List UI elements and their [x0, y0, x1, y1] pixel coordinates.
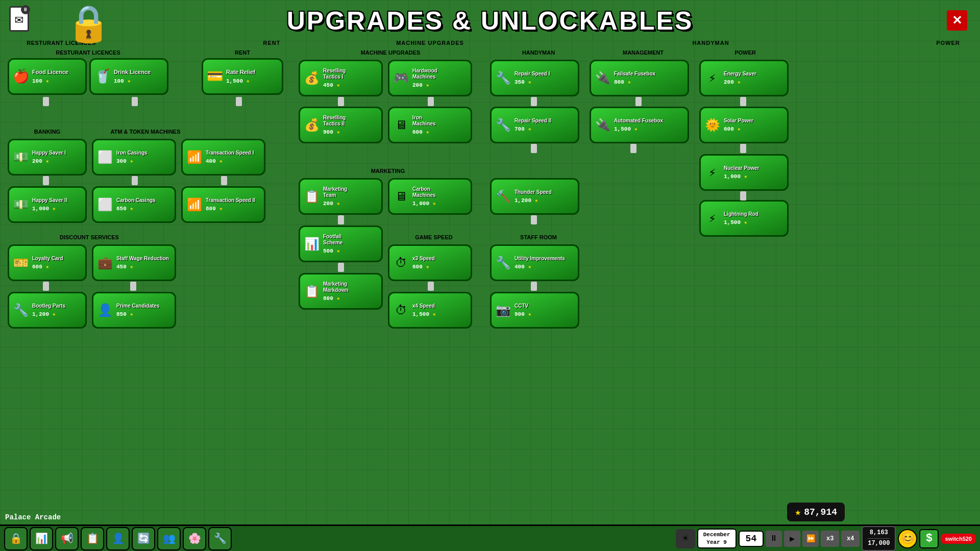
header-rent: RENT [235, 49, 250, 56]
x4-icon: ⏱ [392, 303, 410, 318]
lightning-cost: 1,500 ★ [724, 219, 758, 226]
reselling1-cost: 450 ★ [323, 82, 346, 88]
thunder-name: Thunder Speed [514, 189, 552, 195]
upgrade-rate-relief[interactable]: 💳 Rate Relief 1,500 ★ [202, 58, 283, 95]
upgrade-trans-speed-2[interactable]: 📶 Transaction Speed II 800 ★ [181, 186, 265, 223]
palace-name: Palace Arcade [5, 513, 61, 521]
upgrade-iron-machines[interactable]: 🖥 IronMachines 600 ★ [388, 107, 472, 143]
rate-relief-name: Rate Relief [226, 69, 255, 76]
upgrade-reselling-1[interactable]: 💰 ResellingTactics I 450 ★ [299, 60, 383, 96]
conn-food-down [43, 97, 49, 106]
reselling2-icon: 💰 [303, 118, 321, 133]
upgrade-staff-wage[interactable]: 💼 Staff Wage Reduction 450 ★ [92, 244, 176, 281]
switch-badge: switch520 [941, 534, 976, 544]
trans-speed2-cost: 800 ★ [206, 205, 255, 212]
upgrade-trans-speed-1[interactable]: 📶 Transaction Speed I 400 ★ [181, 139, 265, 176]
upgrade-x4-speed[interactable]: ⏱ x4 Speed 1,500 ★ [388, 292, 472, 329]
upgrade-footfall[interactable]: 📊 FootfallScheme 500 ★ [299, 226, 383, 262]
staff-wage-cost: 450 ★ [116, 263, 169, 270]
upgrade-reselling-2[interactable]: 💰 ResellingTactics II 900 ★ [299, 107, 383, 143]
toolbar-list-btn[interactable]: 📋 [81, 527, 104, 550]
ff-btn[interactable]: ⏩ [802, 531, 819, 547]
upgrade-carbon-casings[interactable]: ⬜ Carbon Casings 650 ★ [92, 186, 176, 223]
conn-rent-down [236, 97, 242, 106]
toolbar-person-btn[interactable]: 👤 [106, 527, 130, 550]
conn-hs1-down [43, 176, 49, 185]
upgrade-drink-licence[interactable]: 🥤 Drink Licence 100 ★ [89, 58, 168, 95]
upgrade-solar-power[interactable]: 🌞 Solar Power 600 ★ [699, 107, 789, 143]
upgrade-happy-saver-1[interactable]: 💵 Happy Saver I 200 ★ [8, 139, 87, 176]
cctv-name: CCTV [514, 303, 531, 309]
drink-licence-cost: 100 ★ [114, 78, 151, 84]
automated-icon: 🔌 [594, 118, 611, 133]
upgrade-loyalty-card[interactable]: 🎫 Loyalty Card 600 ★ [8, 244, 87, 281]
footfall-icon: 📊 [303, 237, 321, 252]
header-power: POWER [699, 49, 791, 56]
mail-icon[interactable]: ✉ 0 [9, 6, 29, 32]
toolbar-lock-btn[interactable]: 🔒 [4, 527, 28, 550]
carbon-casings-cost: 650 ★ [116, 205, 156, 212]
upgrade-lightning-rod[interactable]: ⚡ Lightning Rod 1,500 ★ [699, 200, 789, 237]
toolbar-rotate-btn[interactable]: 🔄 [132, 527, 155, 550]
x3-icon: ⏱ [392, 256, 410, 270]
iron-machines-icon: 🖥 [392, 118, 410, 133]
upgrade-food-licence[interactable]: 🍎 Food Licence 100 ★ [8, 58, 87, 95]
conn-x3-down [428, 282, 434, 291]
upgrade-carbon-machines[interactable]: 🖥 CarbonMachines 1,000 ★ [388, 178, 472, 215]
upgrade-x3-speed[interactable]: ⏱ x3 Speed 600 ★ [388, 244, 472, 281]
x3-name: x3 Speed [412, 256, 435, 262]
cctv-icon: 📷 [494, 303, 512, 318]
toolbar-chart-btn[interactable]: 📊 [30, 527, 53, 550]
upgrade-prime-candidates[interactable]: 👤 Prime Candidates 850 ★ [92, 292, 176, 329]
repair2-icon: 🔧 [494, 118, 512, 133]
header-marketing: MARKETING [299, 168, 477, 174]
staff-wage-name: Staff Wage Reduction [116, 256, 169, 262]
toolbar-team-btn[interactable]: 👥 [157, 527, 181, 550]
upgrade-automated[interactable]: 🔌 Automated Fusebox 1,500 ★ [590, 107, 689, 143]
iron-machines-name: IronMachines [412, 115, 436, 127]
header-handyman: HANDYMAN [490, 49, 587, 56]
solar-icon: 🌞 [703, 118, 721, 133]
upgrade-thunder-speed[interactable]: 🔨 Thunder Speed 1,200 ★ [490, 178, 579, 215]
upgrade-cctv[interactable]: 📷 CCTV 900 ★ [490, 292, 579, 329]
repair1-cost: 350 ★ [514, 79, 550, 85]
x4-speed-btn[interactable]: x4 [841, 531, 860, 547]
upgrade-energy-saver[interactable]: ⚡ Energy Saver 200 ★ [699, 60, 789, 96]
reselling1-icon: 💰 [303, 71, 321, 86]
sun-icon[interactable]: ☀️ [676, 529, 695, 548]
upgrade-iron-casings[interactable]: ⬜ Iron Casings 300 ★ [92, 139, 176, 176]
upgrade-failsafe[interactable]: 🔌 Failsafe Fusebox 800 ★ [590, 60, 689, 96]
thunder-cost: 1,200 ★ [514, 197, 552, 204]
loyalty-name: Loyalty Card [32, 256, 63, 262]
upgrade-repair-2[interactable]: 🔧 Repair Speed II 700 ★ [490, 107, 579, 143]
speed-value: 54 [746, 534, 757, 544]
upgrade-bootleg-parts[interactable]: 🔧 Bootleg Parts 1,200 ★ [8, 292, 87, 329]
marketing-team-cost: 200 ★ [323, 200, 347, 207]
upgrade-nuclear-power[interactable]: ⚡ Nuclear Power 1,000 ★ [699, 154, 789, 191]
upgrade-utility[interactable]: 🔧 Utility Improvements 400 ★ [490, 244, 579, 281]
loyalty-icon: 🎫 [12, 256, 30, 270]
toolbar-flower-btn[interactable]: 🌸 [183, 527, 206, 550]
pause-btn[interactable]: ⏸ [766, 531, 782, 547]
upgrade-hardwood[interactable]: 🎮 HardwoodMachines 200 ★ [388, 60, 472, 96]
dollar-icon[interactable]: $ [919, 529, 939, 548]
lightning-name: Lightning Rod [724, 211, 758, 217]
close-button[interactable]: ✕ [947, 10, 967, 31]
failsafe-cost: 800 ★ [614, 79, 655, 85]
marketing-markdown-name: MarketingMarkdown [323, 281, 348, 293]
smiley-icon[interactable]: 😊 [898, 529, 917, 548]
trans-speed1-name: Transaction Speed I [206, 150, 254, 156]
toolbar-megaphone-btn[interactable]: 📢 [55, 527, 79, 550]
automated-cost: 1,500 ★ [614, 126, 663, 132]
upgrade-repair-1[interactable]: 🔧 Repair Speed I 350 ★ [490, 60, 579, 96]
upgrade-marketing-team[interactable]: 📋 MarketingTeam 200 ★ [299, 178, 383, 215]
money-max: 17,000 [868, 538, 890, 548]
x3-speed-btn[interactable]: x3 [821, 531, 839, 547]
play-btn[interactable]: ▶ [784, 531, 800, 547]
marketing-markdown-icon: 📋 [303, 284, 321, 299]
toolbar-wrench-btn[interactable]: 🔧 [208, 527, 232, 550]
conn-nuclear-down [740, 191, 746, 201]
upgrade-marketing-markdown[interactable]: 📋 MarketingMarkdown 800 ★ [299, 273, 383, 310]
upgrade-happy-saver-2[interactable]: 💵 Happy Saver II 1,000 ★ [8, 186, 87, 223]
hardwood-cost: 200 ★ [412, 82, 437, 88]
